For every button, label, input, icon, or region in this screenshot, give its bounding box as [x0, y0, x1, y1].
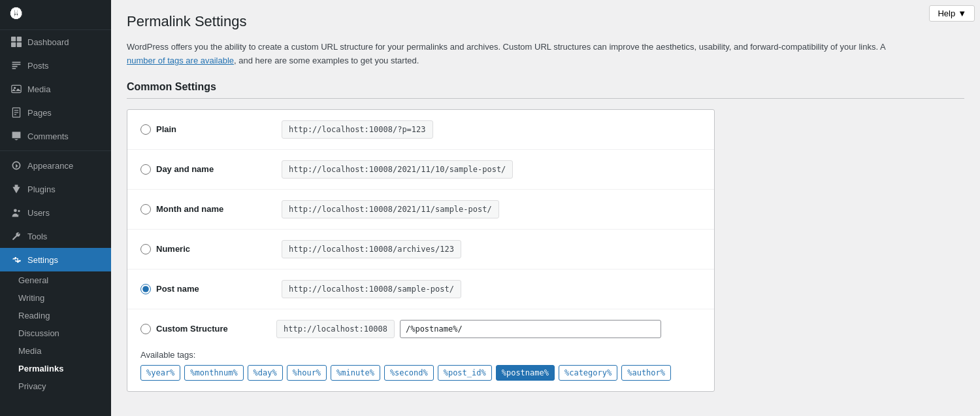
sidebar-item-tools-label: Tools — [27, 232, 47, 241]
month-and-name-url: http://localhost:10008/2021/11/sample-po… — [282, 200, 499, 218]
page-title: Permalink Settings — [127, 13, 964, 30]
sidebar-item-appearance-label: Appearance — [27, 161, 73, 171]
sidebar-item-pages[interactable]: Pages — [0, 101, 111, 124]
numeric-label[interactable]: Numeric — [140, 244, 271, 254]
help-button[interactable]: Help ▼ — [929, 5, 975, 22]
submenu-item-discussion[interactable]: Discussion — [0, 324, 111, 342]
sidebar-item-media[interactable]: Media — [0, 77, 111, 101]
plain-label[interactable]: Plain — [140, 124, 271, 135]
sidebar-item-plugins-label: Plugins — [27, 184, 56, 194]
posts-icon — [10, 60, 22, 71]
month-and-name-label[interactable]: Month and name — [140, 204, 271, 215]
plain-url: http://localhost:10008/?p=123 — [282, 120, 433, 139]
tag-postname[interactable]: %postname% — [496, 365, 555, 381]
svg-point-5 — [14, 87, 16, 89]
day-and-name-radio[interactable] — [140, 164, 151, 175]
permalink-row-custom: Custom Structure http://localhost:10008 … — [127, 309, 714, 391]
description-text-2: , and here are some examples to get you … — [234, 56, 419, 65]
day-and-name-label-text: Day and name — [156, 164, 214, 174]
submenu-item-writing[interactable]: Writing — [0, 289, 111, 307]
sidebar-item-settings-label: Settings — [27, 255, 58, 265]
media-icon — [10, 83, 22, 95]
settings-submenu: General Writing Reading Discussion Media… — [0, 271, 111, 395]
sidebar-sep-1 — [0, 150, 111, 151]
post-name-radio[interactable] — [140, 284, 151, 294]
sidebar-item-plugins[interactable]: Plugins — [0, 177, 111, 201]
help-label: Help — [938, 9, 955, 18]
sidebar-item-dashboard[interactable]: Dashboard — [0, 30, 111, 54]
submenu-item-reading[interactable]: Reading — [0, 307, 111, 324]
sidebar-item-users[interactable]: Users — [0, 201, 111, 224]
tag-hour[interactable]: %hour% — [287, 365, 327, 381]
sidebar-item-comments-label: Comments — [27, 131, 69, 141]
tag-category[interactable]: %category% — [559, 365, 617, 381]
sidebar-item-settings[interactable]: Settings — [0, 248, 111, 271]
day-and-name-url: http://localhost:10008/2021/11/10/sample… — [282, 160, 513, 179]
tools-icon — [10, 230, 22, 242]
tag-minute[interactable]: %minute% — [331, 365, 380, 381]
month-and-name-radio[interactable] — [140, 204, 151, 215]
svg-rect-2 — [11, 43, 16, 47]
available-tags-section: Available tags: %year% %monthnum% %day% … — [140, 345, 671, 381]
sidebar-item-posts[interactable]: Posts — [0, 54, 111, 77]
tag-monthnum[interactable]: %monthnum% — [184, 365, 243, 381]
users-icon — [10, 207, 22, 218]
appearance-icon — [10, 160, 22, 171]
custom-label[interactable]: Custom Structure — [140, 324, 271, 334]
sidebar: 🅦 Dashboard Posts Media Pages Comments — [0, 0, 111, 416]
post-name-label-text: Post name — [156, 284, 199, 294]
plain-label-text: Plain — [156, 124, 176, 134]
submenu-item-permalinks[interactable]: Permalinks — [0, 360, 111, 377]
custom-structure-input[interactable] — [400, 320, 661, 338]
description-link[interactable]: number of tags are available — [127, 56, 234, 65]
permalink-row-numeric: Numeric http://localhost:10008/archives/… — [127, 230, 714, 269]
tags-row: %year% %monthnum% %day% %hour% %minute% … — [140, 365, 671, 381]
tag-second[interactable]: %second% — [384, 365, 434, 381]
numeric-label-text: Numeric — [156, 244, 190, 254]
main-content: Permalink Settings WordPress offers you … — [111, 0, 980, 416]
month-and-name-label-text: Month and name — [156, 204, 223, 214]
svg-point-10 — [14, 209, 17, 212]
sidebar-item-posts-label: Posts — [27, 61, 49, 71]
available-tags-label: Available tags: — [140, 350, 671, 360]
sidebar-item-users-label: Users — [27, 208, 50, 218]
custom-prefix: http://localhost:10008 — [276, 320, 395, 338]
sidebar-item-tools[interactable]: Tools — [0, 224, 111, 248]
sidebar-item-dashboard-label: Dashboard — [27, 37, 69, 47]
submenu-item-general[interactable]: General — [0, 271, 111, 289]
description-text-1: WordPress offers you the ability to crea… — [127, 42, 885, 52]
svg-rect-1 — [17, 37, 22, 41]
permalink-row-post-name: Post name http://localhost:10008/sample-… — [127, 269, 714, 309]
permalink-row-plain: Plain http://localhost:10008/?p=123 — [127, 110, 714, 150]
tag-post-id[interactable]: %post_id% — [438, 365, 492, 381]
pages-icon — [10, 107, 22, 118]
post-name-label[interactable]: Post name — [140, 284, 271, 294]
wp-logo: 🅦 — [0, 0, 111, 30]
sidebar-item-appearance[interactable]: Appearance — [0, 154, 111, 177]
tag-author[interactable]: %author% — [621, 365, 671, 381]
custom-radio[interactable] — [140, 324, 151, 334]
post-name-url: http://localhost:10008/sample-post/ — [282, 280, 461, 298]
permalink-row-month-and-name: Month and name http://localhost:10008/20… — [127, 190, 714, 230]
svg-point-11 — [18, 210, 20, 212]
sidebar-item-comments[interactable]: Comments — [0, 124, 111, 148]
custom-label-text: Custom Structure — [156, 324, 228, 334]
chevron-down-icon: ▼ — [958, 9, 966, 18]
submenu-item-privacy[interactable]: Privacy — [0, 377, 111, 395]
svg-rect-0 — [11, 37, 16, 41]
permalink-row-day-and-name: Day and name http://localhost:10008/2021… — [127, 150, 714, 190]
dashboard-icon — [10, 36, 22, 48]
submenu-item-media[interactable]: Media — [0, 342, 111, 360]
permalink-settings-table: Plain http://localhost:10008/?p=123 Day … — [127, 109, 715, 392]
day-and-name-label[interactable]: Day and name — [140, 164, 271, 175]
numeric-radio[interactable] — [140, 244, 151, 254]
tag-year[interactable]: %year% — [140, 365, 180, 381]
tag-day[interactable]: %day% — [248, 365, 283, 381]
plain-radio[interactable] — [140, 124, 151, 135]
sidebar-item-pages-label: Pages — [27, 108, 52, 118]
custom-top-line: Custom Structure http://localhost:10008 — [140, 320, 701, 338]
svg-rect-4 — [12, 85, 21, 92]
numeric-url: http://localhost:10008/archives/123 — [282, 240, 461, 258]
section-title: Common Settings — [127, 81, 964, 99]
settings-icon — [10, 254, 22, 266]
